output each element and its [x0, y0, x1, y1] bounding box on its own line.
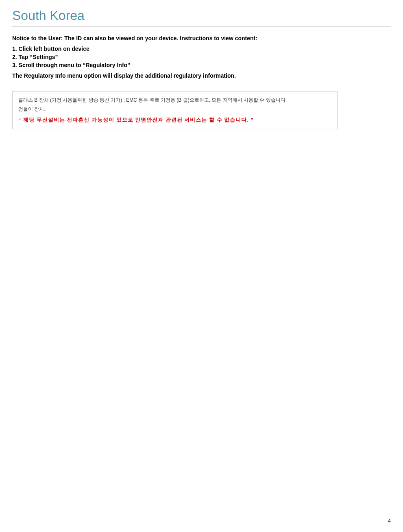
- korean-box: 클래스 B 장치 (가정 사용을위한 방송 통신 기기) : EMC 등록 주로…: [12, 91, 338, 129]
- korean-line1: 클래스 B 장치 (가정 사용을위한 방송 통신 기기) : EMC 등록 주로…: [18, 96, 331, 104]
- korean-line2: 엄을이 장치.: [18, 105, 331, 113]
- page-title: South Korea: [12, 8, 391, 27]
- korean-red-text: “ 해당 무선설비는 전파혼신 가능성이 있으로 인명안전과 관련된 서비스는 …: [18, 116, 331, 124]
- page-number: 4: [388, 518, 391, 524]
- notice-intro: Notice to the User: The ID can also be v…: [12, 35, 391, 41]
- notice-footer: The Regulatory Info menu option will dis…: [12, 72, 391, 79]
- instructions-list: 1. Click left button on device 2. Tap “S…: [12, 46, 391, 68]
- instruction-step-1: 1. Click left button on device: [12, 46, 391, 52]
- instruction-step-2: 2. Tap “Settings”: [12, 54, 391, 60]
- notice-section: Notice to the User: The ID can also be v…: [12, 35, 391, 79]
- instruction-step-3: 3. Scroll through menu to “Regulatory In…: [12, 62, 391, 68]
